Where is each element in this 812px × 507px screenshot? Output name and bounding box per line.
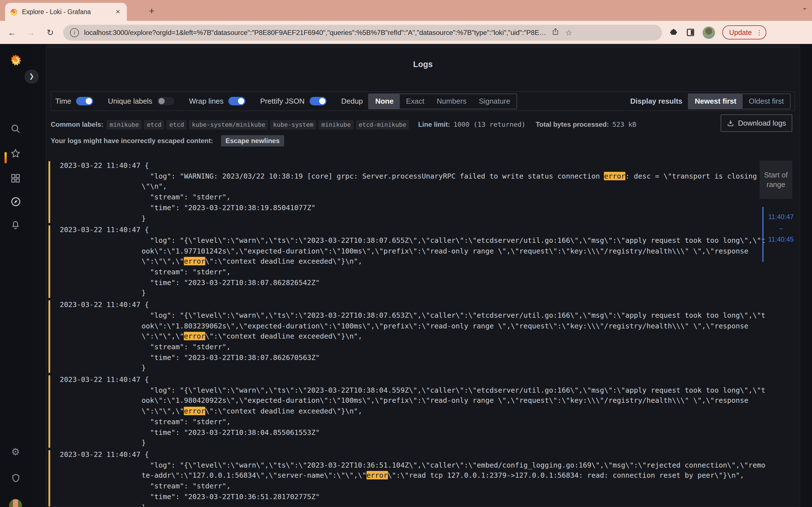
browser-tabstrip: Explore - Loki - Grafana × + ⌄ (0, 0, 812, 21)
back-button[interactable]: ← (4, 25, 19, 40)
escape-newlines-button[interactable]: Escape newlines (221, 135, 284, 147)
panel-title: Logs (46, 60, 800, 71)
update-button[interactable]: Update ⋮ (722, 25, 767, 40)
toggle-time: Time (55, 97, 93, 105)
log-row[interactable]: >2023-03-22 11:40:47 { "log": "{\"level\… (46, 224, 800, 299)
common-label-chip: etcd (144, 120, 164, 129)
toggle-switch-unique-labels[interactable] (157, 97, 174, 105)
download-logs-label: Download logs (738, 119, 786, 127)
sidebar-expand-button[interactable]: ❯ (25, 70, 38, 83)
highlighted-term: error (184, 257, 205, 266)
download-logs-button[interactable]: Download logs (720, 114, 792, 132)
log-toggles: TimeUnique labelsWrap linesPrettify JSON (55, 97, 341, 105)
query-panel-edge (46, 45, 800, 47)
reload-button[interactable]: ↻ (43, 25, 57, 40)
switch-knob (319, 98, 325, 104)
log-timestamp: 2023-03-22 11:40:47 (60, 300, 140, 309)
log-level-indicator (49, 450, 50, 507)
sidebar-item-configuration[interactable]: ⚙ (0, 446, 31, 458)
update-label: Update (729, 29, 752, 36)
toggle-label: Wrap lines (189, 97, 223, 105)
bytes-processed-label: Total bytes processed: (536, 121, 609, 128)
dedup-option-exact[interactable]: Exact (400, 94, 430, 108)
log-level-indicator (49, 161, 50, 223)
log-timestamp: 2023-03-22 11:40:47 (60, 375, 140, 384)
log-row[interactable]: >2023-03-22 11:40:47 { "log": "{\"level\… (46, 299, 800, 374)
toggle-label: Unique labels (108, 97, 153, 105)
log-line-text: >2023-03-22 11:40:47 { "log": "WARNING: … (52, 161, 800, 224)
highlighted-term: error (366, 471, 388, 480)
browser-profile-avatar[interactable] (703, 26, 715, 39)
user-avatar-image (9, 499, 22, 507)
new-tab-button[interactable]: + (145, 4, 158, 18)
toggle-prettify-json: Prettify JSON (260, 97, 327, 105)
address-bar[interactable]: i localhost:3000/explore?orgId=1&left=%7… (63, 24, 662, 40)
switch-knob (158, 98, 165, 104)
browser-menu-icon[interactable]: ⋮ (756, 29, 763, 36)
expand-chevron-icon[interactable]: > (52, 161, 60, 171)
common-labels-label: Common labels: (51, 121, 103, 128)
expand-chevron-icon[interactable]: > (52, 450, 60, 460)
toggle-wrap-lines: Wrap lines (189, 97, 245, 105)
log-line-text: >2023-03-22 11:40:47 { "log": "{\"level\… (52, 450, 800, 507)
sidebar-item-server-admin[interactable] (0, 473, 31, 483)
sidebar-item-search[interactable] (0, 123, 31, 134)
expand-chevron-icon[interactable]: > (52, 300, 60, 310)
browser-tab[interactable]: Explore - Loki - Grafana × (5, 3, 127, 21)
log-meta-row: Common labels: minikubeetcdetcdkube-syst… (51, 118, 795, 131)
sidebar-user-avatar[interactable] (0, 499, 31, 507)
forward-button[interactable]: → (24, 25, 38, 40)
bytes-processed-value: 523 kB (612, 121, 637, 128)
share-icon[interactable] (552, 27, 560, 37)
range-from: 11:40:47 (766, 213, 796, 221)
tabstrip-chevron-icon[interactable]: ⌄ (802, 3, 808, 11)
log-row[interactable]: >2023-03-22 11:40:47 { "log": "WARNING: … (46, 160, 800, 224)
dedup-option-numbers[interactable]: Numbers (430, 94, 473, 108)
toggle-switch-time[interactable] (77, 97, 93, 105)
tab-close-icon[interactable]: × (113, 7, 122, 16)
log-options-bar: TimeUnique labelsWrap linesPrettify JSON… (51, 91, 795, 111)
common-label-chip: etcd-minikube (356, 120, 409, 129)
range-marker-bar (762, 207, 763, 262)
tab-title: Explore - Loki - Grafana (22, 8, 113, 15)
common-label-chip: minikube (107, 120, 142, 129)
common-label-chip: kube-system/minikube (189, 120, 268, 129)
switch-knob (86, 98, 92, 104)
expand-chevron-icon[interactable]: > (52, 375, 60, 385)
sidebar-item-explore[interactable] (0, 196, 31, 207)
range-dash: – (766, 224, 796, 232)
log-level-indicator (49, 225, 50, 298)
common-labels-chips: minikubeetcdetcdkube-system/minikubekube… (107, 120, 409, 129)
common-label-chip: kube-system (270, 120, 316, 129)
url-text[interactable]: localhost:3000/explore?orgId=1&left=%7B"… (84, 29, 546, 36)
sidebar-item-dashboards[interactable] (0, 173, 31, 184)
bookmark-star-icon[interactable]: ☆ (565, 28, 572, 37)
highlighted-term: error (184, 332, 205, 341)
log-line-text: >2023-03-22 11:40:47 { "log": "{\"level\… (52, 375, 800, 448)
log-row[interactable]: >2023-03-22 11:40:47 { "log": "{\"level\… (46, 374, 800, 449)
toggle-switch-wrap-lines[interactable] (229, 97, 246, 105)
dedup-option-signature[interactable]: Signature (472, 94, 516, 108)
expand-chevron-icon[interactable]: > (52, 225, 60, 235)
range-times[interactable]: 11:40:47 – 11:40:45 (766, 213, 796, 247)
display-option-oldest-first[interactable]: Oldest first (743, 94, 790, 108)
log-line-text: >2023-03-22 11:40:47 { "log": "{\"level\… (52, 225, 800, 298)
dedup-option-none[interactable]: None (369, 94, 400, 108)
sidebar-item-alerting[interactable] (0, 219, 31, 230)
toggle-switch-prettify-json[interactable] (310, 97, 326, 105)
line-limit-value: 1000 (13 returned) (453, 121, 525, 128)
common-label-chip: minikube (319, 120, 354, 129)
site-info-icon[interactable]: i (70, 28, 79, 37)
display-results-button-group: Newest firstOldest first (688, 93, 791, 109)
log-row[interactable]: >2023-03-22 11:40:47 { "log": "{\"level\… (46, 449, 800, 507)
toggle-label: Time (55, 97, 71, 105)
log-level-indicator (49, 375, 50, 448)
display-option-newest-first[interactable]: Newest first (689, 94, 742, 108)
start-of-range-button[interactable]: Start of range (760, 161, 792, 199)
range-to: 11:40:45 (766, 235, 796, 243)
side-panel-icon[interactable] (686, 27, 695, 37)
log-timestamp: 2023-03-22 11:40:47 (60, 161, 140, 170)
toggle-unique-labels: Unique labels (108, 97, 174, 105)
extensions-icon[interactable] (669, 27, 678, 37)
grafana-logo[interactable] (0, 54, 31, 66)
